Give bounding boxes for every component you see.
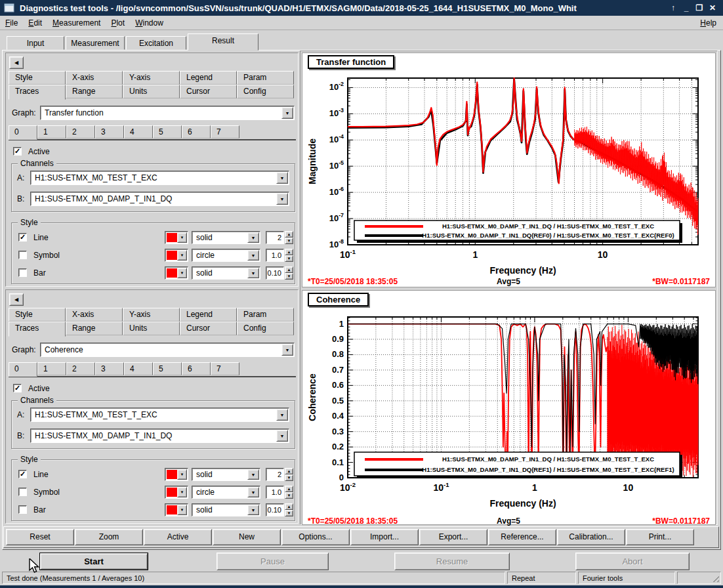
tab-xaxis[interactable]: X-axis <box>66 308 123 322</box>
trace-tab-4[interactable]: 4 <box>124 362 153 375</box>
start-button[interactable]: Start <box>39 553 148 570</box>
tab-xaxis[interactable]: X-axis <box>66 71 123 85</box>
tab-style[interactable]: Style <box>9 71 66 85</box>
active-button[interactable]: Active <box>144 529 212 545</box>
chevron-down-icon[interactable]: ▼ <box>247 505 259 515</box>
menu-edit[interactable]: Edit <box>23 17 47 29</box>
chevron-down-icon[interactable]: ▼ <box>281 344 293 356</box>
trace-tab-7[interactable]: 7 <box>211 125 239 138</box>
line-size-field[interactable]: 2 <box>266 231 284 244</box>
menu-window[interactable]: Window <box>130 17 169 29</box>
chevron-down-icon[interactable]: ▼ <box>177 268 187 278</box>
tab-param[interactable]: Param <box>237 71 294 85</box>
tab-excitation[interactable]: Excitation <box>126 36 186 50</box>
graph-select[interactable]: Transfer function▼ <box>40 106 295 120</box>
spin-up-icon[interactable]: ▲ <box>285 468 293 474</box>
chevron-down-icon[interactable]: ▼ <box>247 232 259 243</box>
trace-tab-6[interactable]: 6 <box>182 362 211 375</box>
line-style-select[interactable]: solid▼ <box>192 231 260 244</box>
pause-button[interactable]: Pause <box>217 553 329 570</box>
symbol-checkbox[interactable] <box>18 488 27 496</box>
chevron-down-icon[interactable]: ▼ <box>281 107 293 119</box>
trace-tab-3[interactable]: 3 <box>95 125 124 138</box>
chevron-down-icon[interactable]: ▼ <box>177 469 187 480</box>
tab-traces[interactable]: Traces <box>9 322 66 337</box>
resume-button[interactable]: Resume <box>394 553 510 570</box>
chevron-down-icon[interactable]: ▼ <box>247 487 259 497</box>
bar-checkbox[interactable] <box>18 268 27 277</box>
spin-down-icon[interactable]: ▼ <box>285 510 293 516</box>
options-button[interactable]: Options... <box>281 529 350 545</box>
new-button[interactable]: New <box>213 529 281 545</box>
tab-config[interactable]: Config <box>237 85 294 98</box>
transfer-function-chart[interactable]: H1:SUS-ETMX_M0_DAMP_T_IN1_DQ / H1:SUS-ET… <box>302 53 715 287</box>
chevron-down-icon[interactable]: ▼ <box>247 469 259 480</box>
chevron-down-icon[interactable]: ▼ <box>276 193 288 205</box>
chevron-down-icon[interactable]: ▼ <box>177 250 187 261</box>
spin-up-icon[interactable]: ▲ <box>285 231 293 238</box>
bar-size-field[interactable]: 0.10 <box>266 503 284 516</box>
menu-file[interactable]: File <box>0 17 23 29</box>
channel-b-select[interactable]: H1:SUS-ETMX_M0_DAMP_T_IN1_DQ▼ <box>30 192 289 206</box>
tab-cursor[interactable]: Cursor <box>180 85 237 98</box>
menu-measurement[interactable]: Measurement <box>47 17 106 29</box>
spin-up-icon[interactable]: ▲ <box>285 249 293 255</box>
chevron-down-icon[interactable]: ▼ <box>177 487 187 497</box>
tab-measurement[interactable]: Measurement <box>66 36 125 50</box>
tab-input[interactable]: Input <box>7 36 64 50</box>
channel-a-select[interactable]: H1:SUS-ETMX_M0_TEST_T_EXC▼ <box>30 408 289 422</box>
line-color-select[interactable]: ▼ <box>165 468 188 481</box>
chevron-down-icon[interactable]: ▼ <box>247 268 259 278</box>
symbol-size-field[interactable]: 1.0 <box>266 486 284 499</box>
collapse-panel-button[interactable]: ◀ <box>9 56 24 69</box>
tab-units[interactable]: Units <box>123 85 180 98</box>
menu-help[interactable]: Help <box>693 17 723 29</box>
menu-plot[interactable]: Plot <box>106 17 130 29</box>
reference-button[interactable]: Reference... <box>488 529 556 545</box>
maximize-button[interactable]: ❐ <box>693 2 706 14</box>
bar-color-select[interactable]: ▼ <box>165 503 188 516</box>
spin-down-icon[interactable]: ▼ <box>285 238 293 244</box>
trace-tab-5[interactable]: 5 <box>153 362 182 375</box>
symbol-style-select[interactable]: circle▼ <box>192 486 260 499</box>
tab-units[interactable]: Units <box>123 322 180 335</box>
spin-up-icon[interactable]: ▲ <box>285 486 293 492</box>
trace-tab-0[interactable]: 0 <box>9 362 37 377</box>
resize-grip[interactable] <box>711 574 719 582</box>
trace-tab-5[interactable]: 5 <box>153 125 182 138</box>
tab-traces[interactable]: Traces <box>9 85 66 100</box>
line-color-select[interactable]: ▼ <box>165 231 188 244</box>
active-checkbox[interactable]: ✓ <box>13 384 22 392</box>
trace-tab-2[interactable]: 2 <box>66 362 95 375</box>
collapse-panel-button[interactable]: ◀ <box>9 293 24 306</box>
print-button[interactable]: Print... <box>626 529 694 545</box>
trace-tab-1[interactable]: 1 <box>37 362 66 375</box>
close-button[interactable]: ✕ <box>706 2 719 14</box>
active-checkbox[interactable]: ✓ <box>13 147 22 156</box>
import-button[interactable]: Import... <box>350 529 419 545</box>
symbol-color-select[interactable]: ▼ <box>165 486 188 499</box>
chevron-down-icon[interactable]: ▼ <box>276 172 288 184</box>
spin-down-icon[interactable]: ▼ <box>285 255 293 262</box>
trace-tab-6[interactable]: 6 <box>182 125 211 138</box>
chevron-down-icon[interactable]: ▼ <box>177 505 187 515</box>
abort-button[interactable]: Abort <box>575 553 690 570</box>
spin-down-icon[interactable]: ▼ <box>285 492 293 499</box>
chevron-down-icon[interactable]: ▼ <box>247 250 259 261</box>
line-size-field[interactable]: 2 <box>266 468 284 481</box>
line-style-select[interactable]: solid▼ <box>192 468 260 481</box>
tab-cursor[interactable]: Cursor <box>180 322 237 335</box>
channel-a-select[interactable]: H1:SUS-ETMX_M0_TEST_T_EXC▼ <box>30 171 289 185</box>
line-checkbox[interactable]: ✓ <box>18 233 27 242</box>
tab-config[interactable]: Config <box>237 322 294 335</box>
export-button[interactable]: Export... <box>419 529 487 545</box>
spin-down-icon[interactable]: ▼ <box>285 273 293 280</box>
spin-up-icon[interactable]: ▲ <box>285 503 293 510</box>
tab-yaxis[interactable]: Y-axis <box>123 71 180 85</box>
trace-tab-7[interactable]: 7 <box>211 362 239 375</box>
spin-up-icon[interactable]: ▲ <box>285 266 293 273</box>
reset-button[interactable]: Reset <box>6 529 74 545</box>
trace-tab-0[interactable]: 0 <box>9 125 37 140</box>
trace-tab-4[interactable]: 4 <box>124 125 153 138</box>
graph-select[interactable]: Coherence▼ <box>40 343 295 357</box>
